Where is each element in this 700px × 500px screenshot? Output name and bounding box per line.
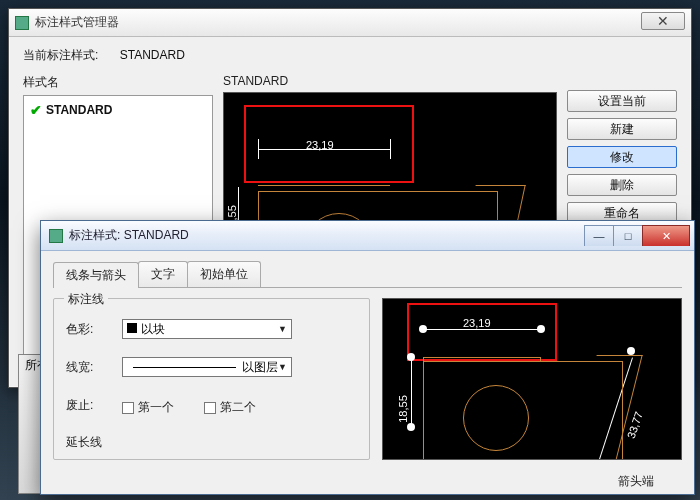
preview-label: STANDARD <box>223 74 557 88</box>
style-item-label: STANDARD <box>46 103 112 117</box>
lineweight-value: 以图层 <box>242 359 278 376</box>
dim-horizontal: 23,19 <box>306 139 334 151</box>
set-current-button[interactable]: 设置当前 <box>567 90 677 112</box>
extension-lines-label: 延长线 <box>66 434 357 451</box>
dim-horizontal: 23,19 <box>463 317 491 329</box>
dimension-style-edit-dialog: 标注样式: STANDARD — □ ✕ 线条与箭头 文字 初始单位 标注线 色… <box>40 220 695 495</box>
style-list-label: 样式名 <box>23 74 213 91</box>
modify-button[interactable]: 修改 <box>567 146 677 168</box>
suppress-first-checkbox[interactable]: 第一个 <box>122 399 174 416</box>
close-icon: ✕ <box>662 230 671 243</box>
close-button[interactable]: ✕ <box>641 12 685 30</box>
titlebar[interactable]: 标注样式: STANDARD — □ ✕ <box>41 221 694 251</box>
maximize-icon: □ <box>625 230 632 242</box>
suppress-second-label: 第二个 <box>220 399 256 416</box>
color-swatch-icon <box>127 323 137 333</box>
current-style-row: 当前标注样式: STANDARD <box>23 47 677 64</box>
dimension-line-group: 标注线 色彩: 以块 ▼ 线宽: 以图层 ▼ <box>53 298 370 460</box>
lineweight-combo[interactable]: 以图层 ▼ <box>122 357 292 377</box>
tab-text[interactable]: 文字 <box>138 261 188 287</box>
close-button[interactable]: ✕ <box>642 225 690 246</box>
dialog-title: 标注样式: STANDARD <box>69 227 579 244</box>
checkbox-icon <box>122 402 134 414</box>
arrowhead-label: 箭头端 <box>618 473 654 490</box>
suppress-second-checkbox[interactable]: 第二个 <box>204 399 256 416</box>
style-item-standard[interactable]: ✔ STANDARD <box>30 102 206 118</box>
preview-canvas: 23,19 18,55 33,77 <box>382 298 682 460</box>
checkbox-icon <box>204 402 216 414</box>
titlebar[interactable]: 标注样式管理器 ✕ <box>9 9 691 37</box>
chevron-down-icon: ▼ <box>278 324 287 334</box>
delete-button[interactable]: 删除 <box>567 174 677 196</box>
tab-bar: 线条与箭头 文字 初始单位 <box>53 261 682 288</box>
minimize-icon: — <box>594 230 605 242</box>
chevron-down-icon: ▼ <box>278 362 287 372</box>
check-icon: ✔ <box>30 102 42 118</box>
current-style-label: 当前标注样式: <box>23 48 98 62</box>
color-combo[interactable]: 以块 ▼ <box>122 319 292 339</box>
app-icon <box>49 229 63 243</box>
group-label: 标注线 <box>64 291 108 308</box>
suppress-label: 废止: <box>66 397 112 414</box>
tab-units[interactable]: 初始单位 <box>187 261 261 287</box>
tab-lines-arrows[interactable]: 线条与箭头 <box>53 262 139 288</box>
line-sample-icon <box>133 367 236 368</box>
maximize-button[interactable]: □ <box>613 225 643 246</box>
close-icon: ✕ <box>657 13 669 29</box>
lineweight-label: 线宽: <box>66 359 112 376</box>
dim-vertical: 18,55 <box>397 395 409 423</box>
dialog-title: 标注样式管理器 <box>35 14 635 31</box>
minimize-button[interactable]: — <box>584 225 614 246</box>
dialog-body: 线条与箭头 文字 初始单位 标注线 色彩: 以块 ▼ 线宽: 以 <box>41 251 694 494</box>
current-style-value: STANDARD <box>120 48 185 62</box>
color-label: 色彩: <box>66 321 112 338</box>
color-value: 以块 <box>141 322 165 336</box>
app-icon <box>15 16 29 30</box>
new-button[interactable]: 新建 <box>567 118 677 140</box>
suppress-first-label: 第一个 <box>138 399 174 416</box>
